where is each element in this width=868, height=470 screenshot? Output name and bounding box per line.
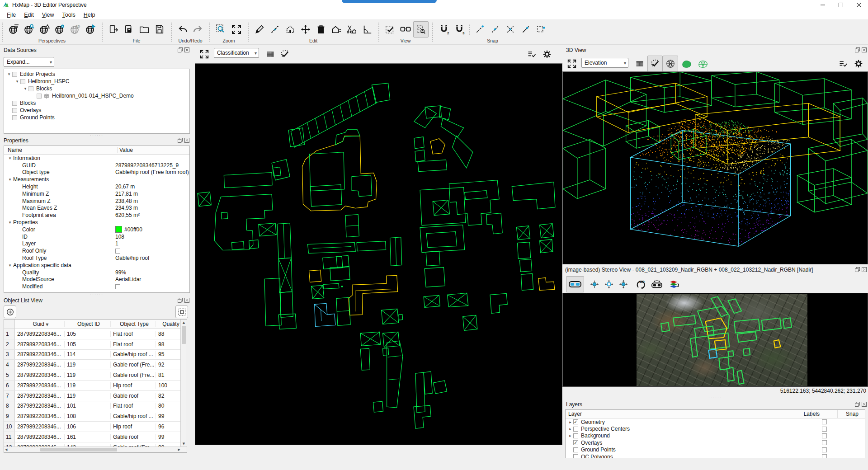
- labels-checkbox[interactable]: [822, 454, 827, 458]
- view3d-pixel-grid-button[interactable]: [632, 56, 647, 72]
- view3d-solid-model-button[interactable]: [679, 56, 694, 72]
- draw-button[interactable]: [252, 21, 267, 38]
- open-folder-button[interactable]: [137, 21, 152, 38]
- property-checkbox[interactable]: [115, 249, 120, 254]
- close-panel-icon[interactable]: [184, 297, 190, 303]
- notification-pill[interactable]: [342, 0, 437, 3]
- table-row[interactable]: 82879892208346...101Flat roof80: [4, 401, 187, 412]
- menu-edit[interactable]: Edit: [20, 11, 38, 19]
- angle-tool-button[interactable]: [359, 21, 375, 38]
- property-row[interactable]: ID108: [4, 233, 189, 240]
- table-row[interactable]: 22879892208346...105Flat roof98: [4, 339, 187, 350]
- table-row[interactable]: 92879892208346...108Gable/hip roof ...99: [4, 411, 187, 422]
- toolbar-drag-handle[interactable]: [0, 23, 4, 42]
- table-row[interactable]: 102879892208346...106Hip roof96: [4, 422, 187, 432]
- save-copy-button[interactable]: [121, 21, 137, 38]
- perspective-settings-button[interactable]: [52, 21, 67, 38]
- layer-checkbox[interactable]: ✓: [573, 440, 578, 445]
- move-button[interactable]: [298, 21, 313, 38]
- panel-splitter[interactable]: ······: [0, 134, 193, 137]
- vertical-scrollbar[interactable]: ▲ ▼: [180, 320, 187, 447]
- delete-button[interactable]: [313, 21, 329, 38]
- stereo-move-right-button[interactable]: [616, 276, 631, 292]
- create-building-button[interactable]: [283, 21, 298, 38]
- float-panel-icon[interactable]: [854, 401, 860, 407]
- layer-row[interactable]: ▸✓Geometry: [566, 418, 865, 425]
- rotate-180-button[interactable]: 180: [633, 276, 648, 292]
- property-checkbox[interactable]: [115, 284, 120, 289]
- view3d-canvas[interactable]: [562, 71, 868, 264]
- tree-checkbox[interactable]: [37, 94, 42, 99]
- tree-item[interactable]: Heilbronn_001-014_HSPC_Demo: [4, 92, 189, 99]
- float-panel-icon[interactable]: [177, 47, 183, 53]
- stereo-toggle-button[interactable]: [566, 276, 584, 292]
- expand-dropdown[interactable]: Expand... ▾: [4, 57, 54, 67]
- object-inspect-view-button[interactable]: [413, 21, 429, 38]
- minimize-button[interactable]: [814, 0, 832, 10]
- zoom-fit-button[interactable]: [229, 21, 244, 38]
- view2d-validate-button[interactable]: [277, 46, 292, 62]
- column-header-object-type[interactable]: Object Type: [111, 321, 156, 327]
- table-row[interactable]: 112879892208346...161Gable roof99: [4, 432, 187, 442]
- view2d-pixel-grid-button[interactable]: [263, 46, 278, 62]
- table-row[interactable]: 62879892208346...119Hip roof100: [4, 381, 187, 391]
- view2d-settings-button[interactable]: [539, 46, 555, 62]
- select-objects-button[interactable]: [175, 306, 188, 318]
- close-panel-icon[interactable]: [861, 267, 867, 273]
- close-button[interactable]: [850, 0, 868, 10]
- property-row[interactable]: Roof Only: [4, 247, 189, 254]
- property-row[interactable]: GUID2879892208346713225_9: [4, 162, 189, 169]
- tree-checkbox[interactable]: [12, 72, 17, 77]
- view3d-mesh-model-button[interactable]: [695, 56, 711, 72]
- float-panel-icon[interactable]: [854, 47, 860, 53]
- labels-checkbox[interactable]: [822, 447, 827, 452]
- snap-midpoint-button[interactable]: [487, 21, 503, 38]
- table-row[interactable]: 52879892208346...119Gable roof (Fre...81: [4, 370, 187, 381]
- snap-nearest-button[interactable]: [518, 21, 533, 38]
- property-row[interactable]: Color#00ff00: [4, 226, 189, 233]
- channel-layers-button[interactable]: [666, 276, 682, 292]
- layer-checkbox[interactable]: [573, 447, 578, 452]
- perspective-measure-button[interactable]: [37, 21, 52, 38]
- tree-checkbox[interactable]: [12, 108, 17, 113]
- snap-intersection-button[interactable]: [503, 21, 518, 38]
- tree-checkbox[interactable]: [28, 86, 33, 91]
- property-row[interactable]: Mean Eaves Z234,93 m: [4, 205, 189, 212]
- float-panel-icon[interactable]: [854, 267, 860, 273]
- layer-checkbox[interactable]: [573, 427, 578, 432]
- view3d-mode-dropdown[interactable]: Elevation ▾: [581, 58, 628, 68]
- snap-endpoint-button[interactable]: [472, 21, 487, 38]
- view2d-canvas[interactable]: [195, 63, 562, 445]
- close-panel-icon[interactable]: [184, 47, 190, 53]
- view3d-settings-button[interactable]: [851, 56, 866, 72]
- menu-view[interactable]: View: [38, 11, 58, 19]
- swap-stereo-button[interactable]: [649, 276, 665, 292]
- float-panel-icon[interactable]: [177, 297, 183, 303]
- column-header-quality[interactable]: Quality: [156, 321, 184, 327]
- tree-item[interactable]: ▾Blocks: [4, 85, 189, 92]
- view3d-wireframe-button[interactable]: [663, 56, 678, 72]
- panel-splitter[interactable]: ······: [0, 293, 193, 296]
- layers-header[interactable]: Layer Labels Snap: [566, 410, 865, 418]
- maximize-button[interactable]: [832, 0, 850, 10]
- table-row[interactable]: 12879892208346...105Flat roof88: [4, 329, 187, 339]
- cut-building-button[interactable]: [344, 21, 359, 38]
- properties-header[interactable]: Name Value: [4, 146, 189, 155]
- property-row[interactable]: ModelSourceAerialLidar: [4, 276, 189, 283]
- layer-row[interactable]: ▸Background: [566, 432, 865, 439]
- close-panel-icon[interactable]: [861, 401, 867, 407]
- tree-item[interactable]: Ground Points: [4, 114, 189, 121]
- property-row[interactable]: Maximum Z238,48 m: [4, 197, 189, 205]
- import-button[interactable]: [106, 21, 121, 38]
- add-object-button[interactable]: [4, 306, 16, 318]
- view2d-fit-button[interactable]: [197, 46, 212, 62]
- property-row[interactable]: ▾Application specific data: [4, 262, 189, 269]
- save-button[interactable]: [152, 21, 167, 38]
- classification-view-button[interactable]: [382, 21, 398, 38]
- aerial-photo[interactable]: [637, 294, 807, 386]
- menu-tools[interactable]: Tools: [58, 11, 80, 19]
- tree-item[interactable]: ▾Editor Projects: [4, 70, 189, 78]
- close-panel-icon[interactable]: [184, 137, 190, 143]
- snap-polygon-button[interactable]: [533, 21, 549, 38]
- property-row[interactable]: Minimum Z217,81 m: [4, 190, 189, 197]
